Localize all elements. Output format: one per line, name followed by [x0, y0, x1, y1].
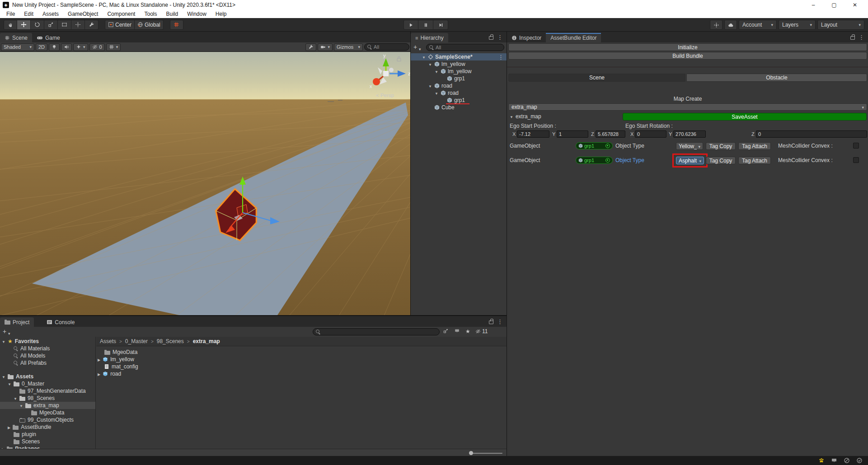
scale-tool-icon[interactable] — [44, 20, 58, 30]
rot-x-field[interactable]: 0 — [635, 130, 666, 138]
menu-gameobject[interactable]: GameObject — [63, 9, 103, 18]
breadcrumb-0-master[interactable]: 0_Master — [125, 338, 148, 344]
favorite-all-models[interactable]: All Models — [0, 352, 95, 359]
project-search-input[interactable] — [313, 328, 440, 335]
menu-build[interactable]: Build — [161, 9, 183, 18]
tree-packages[interactable]: Packages — [0, 445, 95, 449]
hierarchy-search-input[interactable]: All — [426, 44, 504, 51]
pause-button[interactable] — [418, 20, 433, 30]
shading-mode-dropdown[interactable]: Shaded — [1, 43, 34, 51]
object-picker-icon[interactable] — [605, 144, 610, 148]
persp-label[interactable]: < Persp — [376, 93, 394, 98]
tree-98-scenes[interactable]: 98_Scenes — [0, 395, 95, 402]
obstacle-segment-tab[interactable]: Obstacle — [686, 74, 867, 82]
menu-edit[interactable]: Edit — [19, 9, 38, 18]
panel-menu-icon[interactable] — [497, 34, 503, 41]
asset-mat-config[interactable]: mat_config — [96, 363, 507, 370]
asset-mgeodata[interactable]: MgeoData — [96, 349, 507, 356]
tab-scene[interactable]: Scene — [0, 33, 32, 42]
tab-assetbundle-editor[interactable]: AssetBundle Editor — [546, 33, 601, 42]
progress-check-icon[interactable] — [856, 457, 863, 464]
preset-icon[interactable] — [710, 20, 723, 30]
object-type-dropdown[interactable]: Yellow_I — [676, 142, 703, 150]
gizmos-dropdown[interactable]: Gizmos — [334, 43, 363, 51]
rect-tool-icon[interactable] — [58, 20, 71, 30]
lock-icon[interactable] — [489, 36, 493, 40]
scene-tools-icon[interactable] — [305, 43, 316, 51]
map-select-dropdown[interactable]: extra_map — [508, 103, 867, 111]
foldout-icon[interactable] — [2, 373, 5, 380]
auto-generate-lighting-icon[interactable] — [818, 457, 825, 464]
save-asset-button[interactable]: SaveAsset — [623, 113, 867, 121]
favorite-all-materials[interactable]: All Materials — [0, 345, 95, 352]
tag-attach-button[interactable]: Tag Attach — [738, 157, 771, 164]
thumbnail-zoom-slider[interactable] — [471, 453, 502, 454]
menu-tools[interactable]: Tools — [140, 9, 161, 18]
panel-menu-icon[interactable] — [859, 34, 864, 41]
foldout-icon[interactable] — [14, 395, 17, 401]
create-asset-button[interactable] — [3, 328, 6, 335]
tree-0-master[interactable]: 0_Master — [0, 380, 95, 387]
tree-97-meshgeneraterdata[interactable]: 97_MeshGeneraterData — [0, 387, 95, 395]
foldout-icon[interactable] — [428, 61, 432, 67]
meshcollider-convex-checkbox[interactable] — [853, 157, 859, 163]
layers-dropdown[interactable]: Layers — [779, 20, 816, 30]
favorite-all-prefabs[interactable]: All Prefabs — [0, 359, 95, 367]
pivot-global-toggle[interactable]: Global — [135, 20, 164, 30]
scene-camera-dropdown[interactable] — [318, 43, 333, 51]
foldout-icon[interactable] — [2, 338, 5, 344]
favorites-root[interactable]: Favorites — [0, 338, 95, 345]
object-type-dropdown-asphalt[interactable]: Asphalt — [676, 157, 704, 164]
foldout-icon[interactable] — [8, 381, 11, 387]
scene-viewport[interactable]: y z x < Persp — [0, 52, 410, 316]
object-picker-icon[interactable] — [605, 158, 610, 163]
step-button[interactable] — [433, 20, 448, 30]
tree-plugin[interactable]: plugin — [0, 431, 95, 438]
hierarchy-row-lm-yellow-child[interactable]: lm_yellow — [411, 68, 507, 75]
project-hidden-count[interactable]: 11 — [475, 328, 488, 335]
pos-y-field[interactable]: 1 — [557, 130, 588, 138]
account-dropdown[interactable]: Account — [739, 20, 777, 30]
hierarchy-row-road[interactable]: road — [411, 82, 507, 89]
lock-icon[interactable] — [850, 36, 855, 40]
tree-assets[interactable]: Assets — [0, 373, 95, 380]
menu-assets[interactable]: Assets — [38, 9, 63, 18]
foldout-icon[interactable] — [434, 68, 439, 74]
tag-copy-button[interactable]: Tag Copy — [706, 157, 736, 164]
panel-menu-icon[interactable] — [497, 318, 503, 325]
maximize-button[interactable]: ▢ — [824, 0, 845, 9]
lock-icon[interactable] — [489, 321, 493, 324]
foldout-closed-icon[interactable] — [2, 446, 5, 449]
scene-search-input[interactable]: All — [364, 43, 409, 51]
map-foldout[interactable]: extra_map — [510, 113, 541, 120]
tree-extra-map-selected[interactable]: extra_map — [0, 402, 95, 409]
hierarchy-row-road-child[interactable]: road — [411, 89, 507, 97]
gameobject-object-field[interactable]: grp1 — [576, 157, 613, 164]
custom-tool-icon[interactable] — [85, 20, 99, 30]
meshcollider-convex-checkbox[interactable] — [853, 143, 859, 149]
asset-road[interactable]: road — [96, 370, 507, 377]
minimize-button[interactable]: – — [803, 0, 824, 9]
close-button[interactable]: ✕ — [845, 0, 865, 9]
scene-options-icon[interactable] — [498, 54, 504, 60]
scene-lighting-toggle[interactable] — [49, 43, 60, 51]
tree-mgeodata[interactable]: MgeoData — [0, 409, 95, 416]
scene-visibility-toggle[interactable]: 0 — [89, 43, 105, 51]
tag-attach-button[interactable]: Tag Attach — [738, 142, 771, 150]
foldout-closed-icon[interactable] — [8, 424, 10, 430]
tag-copy-button[interactable]: Tag Copy — [706, 142, 736, 150]
asset-lm-yellow[interactable]: lm_yellow — [96, 356, 507, 363]
no-activity-icon[interactable] — [844, 457, 850, 464]
grid-snap-icon[interactable] — [170, 20, 183, 30]
scene-grid-dropdown[interactable] — [106, 43, 121, 51]
thumbnail-zoom-knob[interactable] — [469, 451, 473, 455]
menu-window[interactable]: Window — [183, 9, 211, 18]
menu-file[interactable]: File — [2, 9, 19, 18]
tab-console[interactable]: Console — [42, 317, 79, 327]
rotate-tool-icon[interactable] — [31, 20, 44, 30]
pos-z-field[interactable]: 5.657828 — [596, 130, 625, 138]
breadcrumb-extra-map[interactable]: extra_map — [193, 338, 220, 344]
tab-hierarchy[interactable]: ≡ Hierarchy — [411, 33, 448, 42]
hierarchy-row-cube[interactable]: Cube — [411, 104, 507, 111]
expand-icon[interactable] — [98, 371, 100, 377]
